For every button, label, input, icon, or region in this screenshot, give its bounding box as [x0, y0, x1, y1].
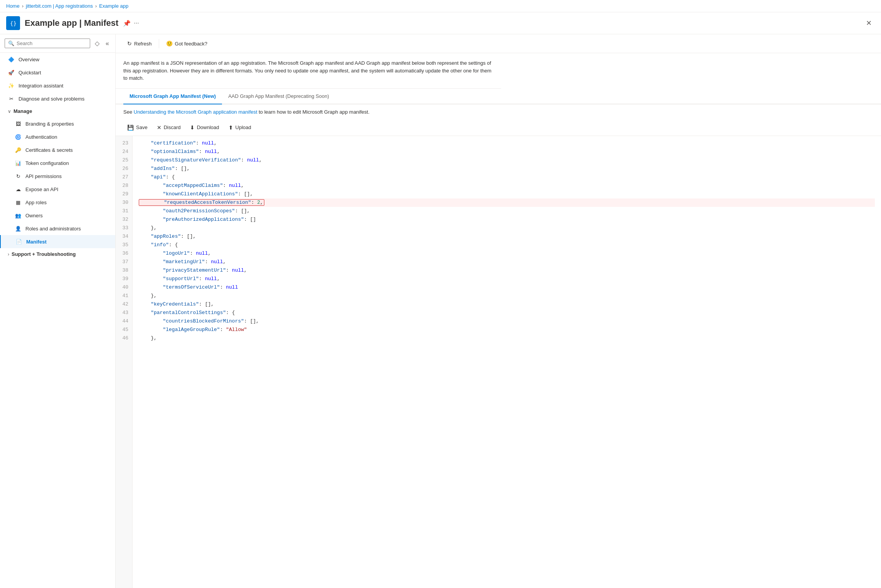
breadcrumb-app-registrations[interactable]: jitterbit.com | App registrations: [26, 3, 93, 9]
line-number: 38: [116, 266, 132, 275]
sidebar-item-api-permissions[interactable]: ↻ API permissions: [0, 170, 115, 183]
sidebar-label-api-permissions: API permissions: [25, 173, 62, 179]
breadcrumb-home[interactable]: Home: [6, 3, 20, 9]
discard-icon: ✕: [157, 124, 161, 131]
breadcrumb-current[interactable]: Example app: [99, 3, 128, 9]
line-number: 30: [116, 198, 132, 207]
sidebar-item-authentication[interactable]: 🌀 Authentication: [0, 130, 115, 143]
code-line: "requestedAccessTokenVersion": 2,: [139, 198, 875, 207]
tab-ms-graph[interactable]: Microsoft Graph App Manifest (New): [123, 89, 222, 104]
code-line: "supportUrl": null,: [139, 275, 875, 283]
sidebar-item-overview[interactable]: 🔷 Overview: [0, 53, 115, 66]
code-editor: 2324252627282930313233343536373839404142…: [116, 136, 881, 588]
save-label: Save: [136, 124, 148, 130]
sidebar-item-token-config[interactable]: 📊 Token configuration: [0, 156, 115, 170]
line-number: 27: [116, 173, 132, 181]
integration-icon: ✨: [8, 82, 15, 89]
sidebar-item-integration[interactable]: ✨ Integration assistant: [0, 79, 115, 92]
code-line: "keyCredentials": [],: [139, 300, 875, 309]
sidebar-label-overview: Overview: [18, 57, 39, 62]
token-icon: 📊: [15, 160, 22, 166]
sidebar-item-branding[interactable]: 🖼 Branding & properties: [0, 117, 115, 130]
title-row: {} Example app | Manifest 📌 ··· ✕: [0, 12, 881, 34]
branding-icon: 🖼: [15, 120, 22, 127]
sidebar-item-owners[interactable]: 👥 Owners: [0, 209, 115, 222]
line-number: 25: [116, 156, 132, 165]
sub-desc-suffix: to learn how to edit Microsoft Graph app…: [259, 109, 370, 115]
refresh-button[interactable]: ↻ Refresh: [123, 38, 156, 49]
sidebar-item-diagnose[interactable]: ✂ Diagnose and solve problems: [0, 92, 115, 105]
code-line: "appRoles": [],: [139, 232, 875, 241]
line-numbers: 2324252627282930313233343536373839404142…: [116, 136, 133, 588]
discard-button[interactable]: ✕ Discard: [153, 123, 185, 133]
code-line: "api": {: [139, 173, 875, 181]
sidebar-item-certificates[interactable]: 🔑 Certificates & secrets: [0, 143, 115, 156]
sidebar-section-support[interactable]: › Support + Troubleshooting: [0, 248, 115, 260]
code-line: "knownClientApplications": [],: [139, 190, 875, 198]
sidebar-label-branding: Branding & properties: [25, 121, 74, 127]
ms-graph-link[interactable]: Understanding the Microsoft Graph applic…: [134, 109, 257, 115]
sidebar-label-quickstart: Quickstart: [18, 70, 41, 76]
api-permissions-icon: ↻: [15, 173, 22, 180]
code-line: },: [139, 292, 875, 300]
line-number: 45: [116, 326, 132, 334]
line-number: 42: [116, 300, 132, 309]
code-line: "acceptMappedClaims": null,: [139, 181, 875, 190]
sidebar-item-expose-api[interactable]: ☁ Expose an API: [0, 183, 115, 196]
diagnose-icon: ✂: [8, 95, 15, 102]
manifest-icon: 📄: [15, 238, 22, 245]
sidebar-item-manifest[interactable]: 📄 Manifest: [0, 235, 115, 248]
close-button[interactable]: ✕: [863, 17, 875, 29]
code-line: "certification": null,: [139, 139, 875, 148]
chevron-down-icon: ∨: [8, 109, 11, 114]
braces-icon: {}: [9, 19, 17, 27]
download-button[interactable]: ⬇ Download: [186, 123, 223, 133]
sidebar-section-support-label: Support + Troubleshooting: [12, 251, 76, 257]
sidebar-search-area: 🔍 ◇ «: [0, 34, 115, 53]
sidebar-section-manage[interactable]: ∨ Manage: [0, 105, 115, 117]
search-icon: 🔍: [8, 40, 14, 46]
download-label: Download: [197, 124, 219, 130]
top-toolbar: ↻ Refresh 🙂 Got feedback?: [116, 34, 881, 53]
search-box: 🔍: [5, 39, 90, 48]
sidebar-item-roles-admins[interactable]: 👤 Roles and administrators: [0, 222, 115, 235]
more-icon[interactable]: ···: [134, 20, 139, 27]
line-number: 32: [116, 215, 132, 224]
line-number: 33: [116, 224, 132, 232]
authentication-icon: 🌀: [15, 133, 22, 140]
code-line: "countriesBlockedForMinors": [],: [139, 317, 875, 326]
refresh-label: Refresh: [134, 41, 152, 47]
code-line: },: [139, 224, 875, 232]
sidebar-item-app-roles[interactable]: ▦ App roles: [0, 196, 115, 209]
line-number: 44: [116, 317, 132, 326]
code-line: "termsOfServiceUrl": null: [139, 283, 875, 292]
line-number: 41: [116, 292, 132, 300]
code-content[interactable]: "certification": null, "optionalClaims":…: [133, 136, 881, 588]
feedback-button[interactable]: 🙂 Got feedback?: [162, 38, 212, 49]
collapse-icon[interactable]: «: [104, 39, 111, 49]
download-icon: ⬇: [190, 124, 195, 131]
search-input[interactable]: [17, 40, 87, 46]
toolbar-separator: [159, 39, 159, 48]
filter-icon[interactable]: ◇: [93, 38, 101, 49]
sidebar-label-diagnose: Diagnose and solve problems: [18, 96, 84, 102]
sidebar-item-quickstart[interactable]: 🚀 Quickstart: [0, 66, 115, 79]
upload-icon: ⬆: [229, 124, 233, 131]
code-line: "oauth2PermissionScopes": [],: [139, 207, 875, 215]
page-title: Example app | Manifest: [25, 18, 118, 28]
sidebar-label-roles: Roles and administrators: [25, 226, 81, 232]
line-number: 40: [116, 283, 132, 292]
manifest-tabs: Microsoft Graph App Manifest (New) AAD G…: [116, 89, 881, 104]
save-button[interactable]: 💾 Save: [123, 123, 151, 133]
pin-icon[interactable]: 📌: [123, 20, 131, 27]
breadcrumb-sep2: ›: [95, 3, 97, 9]
upload-button[interactable]: ⬆ Upload: [225, 123, 255, 133]
code-line: "privacyStatementUrl": null,: [139, 266, 875, 275]
tab-aad-graph[interactable]: AAD Graph App Manifest (Deprecating Soon…: [222, 89, 335, 104]
code-line: "info": {: [139, 241, 875, 249]
save-icon: 💾: [127, 124, 134, 131]
code-line: "parentalControlSettings": {: [139, 309, 875, 317]
line-number: 28: [116, 181, 132, 190]
line-number: 36: [116, 249, 132, 258]
code-line: "legalAgeGroupRule": "Allow": [139, 326, 875, 334]
